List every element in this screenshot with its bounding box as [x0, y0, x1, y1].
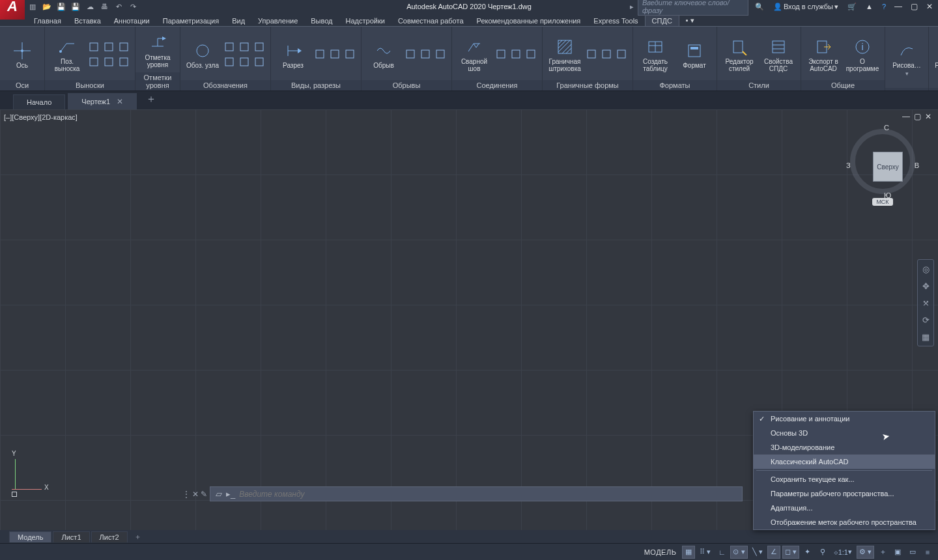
- ribbon-smallbtn-1-1[interactable]: [103, 41, 115, 53]
- ribbon-button-props[interactable]: Свойства СПДС: [760, 37, 797, 72]
- workspace-menu-item2-0[interactable]: Сохранить текущее как...: [754, 472, 935, 486]
- workspace-menu-item-1[interactable]: Основы 3D: [754, 426, 935, 440]
- plot-icon[interactable]: 🖶: [99, 1, 109, 12]
- start-tab[interactable]: Начало: [13, 94, 65, 109]
- ribbon-smallbtn-1-5[interactable]: [118, 56, 130, 68]
- app-menu-button[interactable]: A: [0, 0, 25, 20]
- model-viewport[interactable]: [–][Сверху][2D-каркас] — ▢ ✕ Сверху С В …: [0, 109, 938, 530]
- open-icon[interactable]: 📂: [42, 1, 52, 12]
- viewport-controls[interactable]: [–][Сверху][2D-каркас]: [4, 113, 78, 121]
- search-go-icon[interactable]: 🔍: [752, 3, 767, 11]
- ribbon-tab-9[interactable]: Рекомендованные приложения: [470, 16, 588, 26]
- ribbon-button-axis[interactable]: Ось: [4, 41, 40, 69]
- ribbon-button-table[interactable]: Создать таблицу: [637, 37, 674, 72]
- close-tab-icon[interactable]: ✕: [117, 97, 123, 106]
- new-icon[interactable]: ▥: [27, 1, 38, 12]
- vp-close-icon[interactable]: ✕: [925, 112, 931, 121]
- autodesk-icon[interactable]: ▲: [863, 3, 875, 10]
- ribbon-button-leader[interactable]: Поз. выноска: [49, 37, 85, 72]
- command-input[interactable]: [239, 490, 737, 499]
- ribbon-tab-3[interactable]: Параметризация: [156, 16, 225, 26]
- layout-tab-2[interactable]: Лист2: [91, 531, 128, 542]
- ribbon-button-hatch[interactable]: Граничная штриховка: [547, 37, 583, 72]
- ribbon-tab-11[interactable]: СПДС: [645, 15, 679, 26]
- ribbon-smallbtn-3-0[interactable]: [223, 41, 235, 53]
- viewcube-north[interactable]: С: [884, 124, 889, 132]
- ribbon-tab-1[interactable]: Вставка: [68, 16, 107, 26]
- help-button[interactable]: ?: [879, 3, 888, 10]
- viewcube-face[interactable]: Сверху: [873, 152, 903, 182]
- ucs-icon[interactable]: Y X: [12, 459, 42, 490]
- model-tab[interactable]: Модель: [9, 531, 51, 542]
- ribbon-tab-10[interactable]: Express Tools: [587, 16, 644, 26]
- ribbon-button-edit[interactable]: Редакти…▾: [933, 41, 938, 77]
- annotation-monitor-icon[interactable]: ＋: [876, 546, 889, 559]
- ribbon-smallbtn-1-3[interactable]: [88, 56, 100, 68]
- ribbon-button-level[interactable]: Отметка уровня: [139, 33, 176, 68]
- cmdline-config-icon[interactable]: ✎: [201, 490, 207, 499]
- ribbon-smallbtn-3-3[interactable]: [223, 56, 235, 68]
- ribbon-smallbtn-3-1[interactable]: [238, 41, 250, 53]
- add-layout-tab[interactable]: ＋: [129, 531, 147, 543]
- isodraft-icon[interactable]: ╲ ▾: [750, 546, 765, 559]
- ribbon-smallbtn-7-0[interactable]: [586, 48, 597, 60]
- ribbon-smallbtn-3-2[interactable]: [253, 41, 265, 53]
- ribbon-tab-7[interactable]: Надстройки: [339, 16, 391, 26]
- ribbon-button-draw[interactable]: Рисова…▾: [889, 41, 924, 77]
- ribbon-tab-0[interactable]: Главная: [27, 16, 68, 26]
- steering-wheel-icon[interactable]: ◎: [919, 262, 932, 275]
- ribbon-smallbtn-6-0[interactable]: [495, 48, 507, 60]
- ribbon-button-export[interactable]: Экспорт в AutoCAD: [805, 37, 842, 72]
- undo-icon[interactable]: ↶: [113, 1, 124, 12]
- grid-display-icon[interactable]: ▦: [682, 546, 695, 559]
- saveas-icon[interactable]: 💾: [70, 1, 81, 12]
- ribbon-smallbtn-3-4[interactable]: [238, 56, 250, 68]
- clean-screen-icon[interactable]: ▭: [906, 546, 919, 559]
- ribbon-tab-5[interactable]: Управление: [251, 16, 304, 26]
- ribbon-tab-8[interactable]: Совместная работа: [391, 16, 470, 26]
- ribbon-smallbtn-1-2[interactable]: [118, 41, 130, 53]
- ribbon-tab-6[interactable]: Вывод: [304, 16, 339, 26]
- autoscale-icon[interactable]: ⚲: [816, 546, 829, 559]
- ribbon-button-style[interactable]: Редактор стилей: [721, 37, 758, 72]
- orbit-icon[interactable]: ⟳: [919, 313, 932, 326]
- signin-button[interactable]: 👤 Вход в службы ▾: [771, 3, 841, 11]
- ribbon-smallbtn-5-1[interactable]: [419, 48, 431, 60]
- search-trigger-icon[interactable]: ▸: [630, 3, 634, 11]
- workspace-menu-item-2[interactable]: 3D-моделирование: [754, 440, 935, 455]
- minimize-button[interactable]: —: [892, 2, 904, 11]
- workspace-menu-item-3[interactable]: Классический AutoCAD: [754, 455, 935, 469]
- polar-tracking-icon[interactable]: ⊙ ▾: [730, 546, 747, 559]
- modelspace-label[interactable]: МОДЕЛЬ: [640, 548, 681, 556]
- ribbon-smallbtn-6-1[interactable]: [510, 48, 522, 60]
- redo-icon[interactable]: ↷: [128, 1, 138, 12]
- workspace-menu-item2-3[interactable]: Отображение меток рабочего пространства: [754, 515, 935, 529]
- ribbon-smallbtn-4-1[interactable]: [329, 48, 341, 60]
- ribbon-smallbtn-3-5[interactable]: [253, 56, 265, 68]
- ribbon-smallbtn-1-4[interactable]: [103, 56, 115, 68]
- drawing-tab[interactable]: Чертеж1 ✕: [68, 93, 137, 109]
- close-button[interactable]: ✕: [924, 2, 935, 11]
- ribbon-smallbtn-5-0[interactable]: [405, 48, 416, 60]
- ribbon-smallbtn-7-1[interactable]: [601, 48, 612, 60]
- cmdline-handle-icon[interactable]: ⋮: [182, 490, 190, 499]
- ribbon-smallbtn-4-2[interactable]: [344, 48, 356, 60]
- isolate-objects-icon[interactable]: ▣: [891, 546, 904, 559]
- app-store-icon[interactable]: 🛒: [845, 3, 859, 11]
- pan-icon[interactable]: ✥: [919, 279, 932, 292]
- ribbon-overflow-button[interactable]: ▪ ▾: [679, 15, 701, 26]
- layout-tab-1[interactable]: Лист1: [53, 531, 89, 542]
- object-snap-icon[interactable]: ◻ ▾: [782, 546, 799, 559]
- ribbon-button-format[interactable]: Формат: [676, 41, 713, 69]
- ribbon-smallbtn-6-2[interactable]: [525, 48, 537, 60]
- ribbon-smallbtn-4-0[interactable]: [314, 48, 326, 60]
- workspace-menu-item2-2[interactable]: Адаптация...: [754, 501, 935, 515]
- ribbon-tab-2[interactable]: Аннотации: [107, 16, 156, 26]
- annotation-visibility-icon[interactable]: ✦: [801, 546, 814, 559]
- snap-mode-icon[interactable]: ⠿ ▾: [697, 546, 713, 559]
- workspace-switching-icon[interactable]: ⚙ ▾: [857, 546, 874, 559]
- viewcube[interactable]: Сверху С В Ю З МСК: [847, 129, 918, 206]
- showmotion-icon[interactable]: ▦: [919, 330, 932, 343]
- save-icon[interactable]: 💾: [56, 1, 66, 12]
- vp-minimize-icon[interactable]: —: [902, 112, 910, 121]
